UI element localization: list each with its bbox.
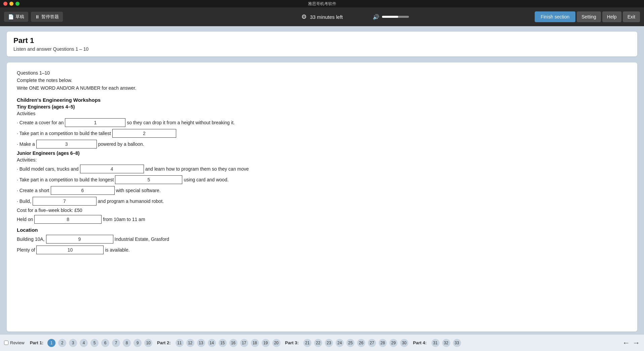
volume-bar[interactable]	[382, 16, 409, 18]
nav-num-13[interactable]: 13	[197, 339, 205, 347]
nav-num-25[interactable]: 25	[346, 339, 354, 347]
activity-1-prefix: · Create a cover for an	[17, 120, 64, 125]
draft-button[interactable]: 📄 草稿	[4, 12, 28, 22]
minimize-btn[interactable]	[9, 2, 13, 6]
activity-4-prefix: · Build model cars, trucks and	[17, 166, 79, 172]
nav-num-28[interactable]: 28	[379, 339, 387, 347]
part-subtitle: Listen and answer Questions 1 – 10	[13, 46, 631, 52]
answer-input-3[interactable]	[36, 140, 97, 148]
activity-7: · Build, and program a humanoid robot.	[17, 197, 627, 206]
nav-num-15[interactable]: 15	[219, 339, 227, 347]
exit-button[interactable]: Exit	[623, 11, 640, 22]
nav-num-10[interactable]: 10	[144, 339, 152, 347]
answer-input-6[interactable]	[51, 186, 115, 195]
nav-num-8[interactable]: 8	[123, 339, 131, 347]
part2-label: Part 2:	[157, 340, 171, 345]
nav-num-23[interactable]: 23	[325, 339, 333, 347]
answer-input-1[interactable]	[65, 118, 125, 127]
title-bar: 雅思哥机考软件	[0, 0, 644, 7]
nav-num-7[interactable]: 7	[112, 339, 120, 347]
nav-num-4[interactable]: 4	[80, 339, 88, 347]
activity-5: · Take part in a competition to build th…	[17, 175, 627, 184]
setting-button[interactable]: Setting	[577, 11, 601, 22]
next-arrow[interactable]: →	[633, 339, 640, 347]
review-checkbox[interactable]	[4, 341, 8, 345]
prev-arrow[interactable]: ←	[622, 339, 630, 347]
nav-num-17[interactable]: 17	[240, 339, 248, 347]
nav-num-33[interactable]: 33	[453, 339, 461, 347]
pause-button[interactable]: ⏸ 暂停答题	[31, 12, 63, 22]
nav-num-12[interactable]: 12	[186, 339, 194, 347]
answer-input-4[interactable]	[80, 165, 144, 173]
toolbar-left: 📄 草稿 ⏸ 暂停答题	[4, 12, 63, 22]
instructions: Questions 1–10 Complete the notes below.…	[17, 69, 627, 92]
part-title: Part 1	[13, 36, 631, 45]
nav-num-16[interactable]: 16	[229, 339, 237, 347]
part1-label: Part 1:	[30, 340, 43, 345]
nav-num-11[interactable]: 11	[176, 339, 184, 347]
nav-num-32[interactable]: 32	[442, 339, 450, 347]
held-on-line: Held on from 10am to 11 am	[17, 215, 627, 224]
nav-num-5[interactable]: 5	[90, 339, 99, 347]
nav-num-1[interactable]: 1	[47, 339, 55, 347]
location-title: Location	[17, 227, 627, 233]
timer-icon: ⚙	[301, 13, 307, 20]
nav-num-22[interactable]: 22	[314, 339, 322, 347]
nav-num-19[interactable]: 19	[262, 339, 270, 347]
toolbar: 📄 草稿 ⏸ 暂停答题 ⚙ 33 minutes left 🔊 Finish s…	[0, 7, 644, 26]
part4-label: Part 4:	[413, 340, 426, 345]
window-controls	[3, 2, 20, 6]
nav-num-24[interactable]: 24	[336, 339, 344, 347]
activity-3-suffix: powered by a balloon.	[98, 141, 144, 147]
nav-num-30[interactable]: 30	[400, 339, 408, 347]
maximize-btn[interactable]	[15, 2, 20, 6]
nav-num-9[interactable]: 9	[134, 339, 142, 347]
nav-num-21[interactable]: 21	[303, 339, 311, 347]
nav-arrows: ← →	[622, 339, 640, 347]
help-button[interactable]: Help	[602, 11, 621, 22]
nav-num-29[interactable]: 29	[389, 339, 397, 347]
held-on-suffix: from 10am to 11 am	[103, 217, 145, 222]
activity-1: · Create a cover for an so they can drop…	[17, 118, 627, 127]
section2-label: Activities:	[17, 157, 627, 163]
location-suffix: Industrial Estate, Grasford	[115, 236, 169, 242]
review-section: Review	[4, 340, 25, 345]
instruction-line2: Complete the notes below.	[17, 77, 627, 84]
activity-6: · Create a short with special software.	[17, 186, 627, 195]
nav-num-18[interactable]: 18	[251, 339, 259, 347]
held-on-prefix: Held on	[17, 217, 33, 222]
nav-num-6[interactable]: 6	[101, 339, 109, 347]
pause-icon: ⏸	[35, 14, 40, 19]
timer-text: 33 minutes left	[310, 14, 343, 20]
plenty-line: Plenty of is available.	[17, 246, 627, 254]
plenty-suffix: is available.	[105, 247, 129, 253]
main-area: Part 1 Listen and answer Questions 1 – 1…	[0, 26, 644, 334]
activity-4-suffix: and learn how to program them so they ca…	[145, 166, 249, 172]
nav-num-27[interactable]: 27	[368, 339, 376, 347]
finish-section-button[interactable]: Finish section	[535, 11, 576, 22]
activity-2: · Take part in a competition to build th…	[17, 129, 627, 138]
close-btn[interactable]	[3, 2, 7, 6]
activity-5-prefix: · Take part in a competition to build th…	[17, 177, 114, 182]
plenty-prefix: Plenty of	[17, 247, 35, 253]
activity-2-prefix: · Take part in a competition to build th…	[17, 131, 111, 136]
answer-input-10[interactable]	[36, 246, 104, 254]
section2-title: Junior Engineers (ages 6–8)	[17, 150, 627, 156]
volume-fill	[382, 16, 398, 18]
nav-num-20[interactable]: 20	[272, 339, 280, 347]
answer-input-2[interactable]	[112, 129, 176, 138]
nav-num-31[interactable]: 31	[431, 339, 440, 347]
nav-num-2[interactable]: 2	[58, 339, 66, 347]
nav-num-26[interactable]: 26	[357, 339, 365, 347]
answer-input-9[interactable]	[46, 235, 113, 244]
app-title: 雅思哥机考软件	[308, 1, 336, 7]
nav-num-14[interactable]: 14	[208, 339, 216, 347]
content-card: Questions 1–10 Complete the notes below.…	[7, 62, 637, 332]
part-header: Part 1 Listen and answer Questions 1 – 1…	[7, 32, 637, 56]
answer-input-8[interactable]	[34, 215, 102, 224]
activity-7-suffix: and program a humanoid robot.	[98, 199, 164, 204]
answer-input-7[interactable]	[33, 197, 97, 206]
nav-num-3[interactable]: 3	[69, 339, 77, 347]
answer-input-5[interactable]	[115, 175, 182, 184]
activity-5-suffix: using card and wood.	[184, 177, 228, 182]
